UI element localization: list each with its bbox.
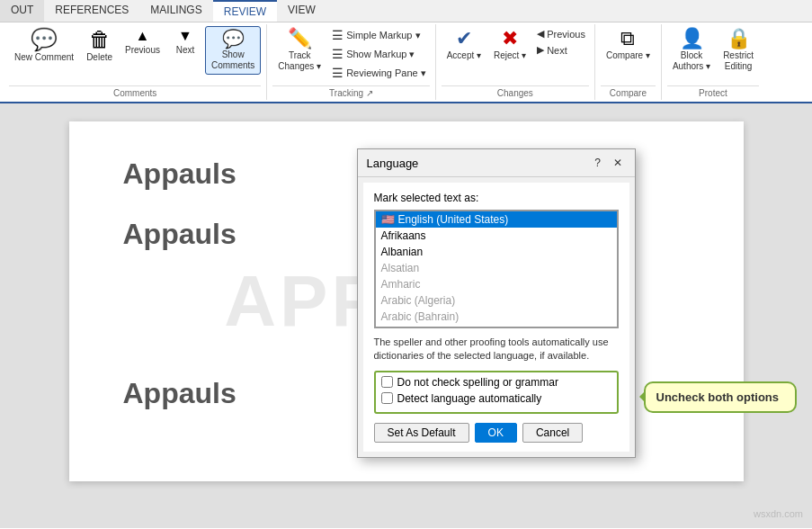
flag-us: 🇺🇸 (381, 213, 395, 226)
lang-albanian[interactable]: Albanian (376, 244, 617, 260)
dialog-controls: ? ✕ (590, 155, 626, 171)
tracking-col: ☰ Simple Markup ▾ ☰ Show Markup ▾ ☰ Revi… (328, 26, 430, 82)
restrict-editing-label: RestrictEditing (723, 50, 754, 72)
tracking-items: ✏️ TrackChanges ▾ ☰ Simple Markup ▾ ☰ Sh… (272, 26, 429, 84)
no-spell-input[interactable] (381, 376, 393, 388)
compare-group-label: Compare (601, 85, 656, 98)
reviewing-pane-icon: ☰ (332, 66, 344, 80)
restrict-editing-icon: 🔒 (727, 29, 751, 49)
accept-button[interactable]: ✔ Accept ▾ (442, 26, 486, 64)
lang-arabic-egypt-label: Arabic (Egypt) (381, 327, 450, 327)
next-change-icon: ▶ (537, 44, 544, 56)
previous-label: Previous (125, 45, 160, 56)
track-changes-icon: ✏️ (288, 29, 312, 49)
new-comment-icon: 💬 (31, 29, 58, 50)
set-as-default-button[interactable]: Set As Default (374, 423, 469, 443)
dialog-close-button[interactable]: ✕ (610, 155, 626, 171)
lang-amharic[interactable]: Amharic (376, 276, 617, 292)
compare-button[interactable]: ⧉ Compare ▾ (601, 26, 656, 64)
lang-arabic-egypt[interactable]: Arabic (Egypt) (376, 325, 617, 327)
lang-afrikaans[interactable]: Afrikaans (376, 228, 617, 244)
changes-group-label: Changes (442, 85, 589, 98)
changes-col: ◀ Previous ▶ Next (533, 26, 589, 58)
simple-markup-label: Simple Markup ▾ (346, 30, 420, 41)
show-comments-label: ShowComments (211, 49, 254, 71)
show-comments-icon: 💬 (222, 30, 245, 48)
lang-arabic-bahrain[interactable]: Arabic (Bahrain) (376, 309, 617, 325)
lang-alsatian[interactable]: Alsatian (376, 260, 617, 276)
ribbon-tabs: OUT REFERENCES MAILINGS REVIEW VIEW (0, 0, 812, 22)
accept-label: Accept ▾ (447, 50, 481, 61)
language-list-container: 🇺🇸 English (United States) Afrikaans Alb… (374, 210, 619, 328)
previous-change-button[interactable]: ◀ Previous (533, 26, 589, 41)
ribbon-group-comments: 💬 New Comment 🗑 Delete ▲ Previous ▼ Next… (4, 24, 267, 100)
dialog-help-button[interactable]: ? (590, 155, 606, 171)
dialog-body: Mark selected text as: 🇺🇸 English (Unite… (363, 183, 629, 452)
delete-icon: 🗑 (89, 29, 111, 50)
detect-lang-checkbox[interactable]: Detect language automatically (381, 392, 611, 405)
accept-icon: ✔ (456, 29, 472, 49)
reject-icon: ✖ (502, 29, 518, 49)
tab-references[interactable]: REFERENCES (44, 0, 139, 22)
lang-afrikaans-label: Afrikaans (381, 229, 426, 242)
dialog-titlebar: Language ? ✕ (358, 149, 635, 177)
ribbon-group-changes: ✔ Accept ▾ ✖ Reject ▾ ◀ Previous ▶ Next … (436, 24, 595, 100)
delete-label: Delete (86, 52, 112, 63)
next-change-button[interactable]: ▶ Next (533, 42, 589, 58)
compare-label: Compare ▾ (606, 50, 650, 61)
restrict-editing-button[interactable]: 🔒 RestrictEditing (718, 26, 759, 75)
language-list[interactable]: 🇺🇸 English (United States) Afrikaans Alb… (375, 211, 618, 327)
detect-lang-label: Detect language automatically (397, 392, 542, 405)
callout-box: Uncheck both options (644, 381, 797, 413)
compare-items: ⧉ Compare ▾ (601, 26, 656, 84)
next-comment-label: Next (176, 45, 195, 56)
tab-view[interactable]: VIEW (277, 0, 326, 22)
reviewing-pane-label: Reviewing Pane ▾ (346, 67, 426, 79)
comments-items: 💬 New Comment 🗑 Delete ▲ Previous ▼ Next… (9, 26, 261, 84)
language-dialog: Language ? ✕ Mark selected text as: 🇺🇸 E… (357, 148, 636, 458)
ok-button[interactable]: OK (475, 423, 517, 443)
mark-label: Mark selected text as: (374, 192, 619, 204)
lang-albanian-label: Albanian (381, 246, 424, 258)
previous-icon: ▲ (136, 29, 150, 43)
tab-mailings[interactable]: MAILINGS (139, 0, 212, 22)
delete-button[interactable]: 🗑 Delete (81, 26, 118, 66)
block-authors-button[interactable]: 👤 BlockAuthors ▾ (667, 26, 716, 75)
tracking-group-label: Tracking ↗ (272, 85, 429, 98)
next-icon: ▼ (178, 29, 192, 43)
site-watermark: wsxdn.com (754, 508, 803, 519)
lang-arabic-algeria[interactable]: Arabic (Algeria) (376, 292, 617, 309)
lang-english-us[interactable]: 🇺🇸 English (United States) (376, 211, 617, 228)
dialog-description: The speller and other proofing tools aut… (374, 336, 619, 363)
comments-group-label: Comments (9, 85, 261, 98)
dialog-overlay: Language ? ✕ Mark selected text as: 🇺🇸 E… (69, 121, 744, 481)
previous-change-icon: ◀ (537, 28, 544, 40)
detect-lang-input[interactable] (381, 392, 393, 404)
document-page: APPAULS Appauls Appauls Language ? ✕ Mar… (69, 121, 744, 481)
cancel-button[interactable]: Cancel (522, 423, 583, 443)
next-change-label: Next (547, 45, 567, 56)
lang-arabic-bahrain-label: Arabic (Bahrain) (381, 310, 460, 323)
document-area: APPAULS Appauls Appauls Language ? ✕ Mar… (0, 103, 812, 528)
lang-amharic-label: Amharic (381, 278, 421, 291)
checkbox-highlight: Do not check spelling or grammar Detect … (374, 371, 619, 414)
block-authors-icon: 👤 (680, 29, 704, 49)
reviewing-pane-button[interactable]: ☰ Reviewing Pane ▾ (328, 64, 430, 82)
compare-icon: ⧉ (620, 29, 635, 49)
ribbon-group-tracking: ✏️ TrackChanges ▾ ☰ Simple Markup ▾ ☰ Sh… (267, 24, 435, 100)
show-markup-button[interactable]: ☰ Show Markup ▾ (328, 45, 430, 63)
show-comments-button[interactable]: 💬 ShowComments (205, 26, 261, 75)
lang-alsatian-label: Alsatian (381, 262, 420, 274)
ribbon-content: 💬 New Comment 🗑 Delete ▲ Previous ▼ Next… (0, 22, 812, 103)
tab-out[interactable]: OUT (0, 0, 44, 22)
protect-items: 👤 BlockAuthors ▾ 🔒 RestrictEditing (667, 26, 759, 84)
new-comment-button[interactable]: 💬 New Comment (9, 26, 79, 66)
ribbon-group-compare: ⧉ Compare ▾ Compare (595, 24, 662, 100)
next-comment-button[interactable]: ▼ Next (167, 26, 203, 58)
previous-comment-button[interactable]: ▲ Previous (120, 26, 165, 58)
reject-button[interactable]: ✖ Reject ▾ (488, 26, 531, 64)
simple-markup-button[interactable]: ☰ Simple Markup ▾ (328, 26, 430, 44)
no-spell-checkbox[interactable]: Do not check spelling or grammar (381, 376, 611, 389)
tab-review[interactable]: REVIEW (213, 0, 277, 22)
track-changes-button[interactable]: ✏️ TrackChanges ▾ (272, 26, 326, 75)
